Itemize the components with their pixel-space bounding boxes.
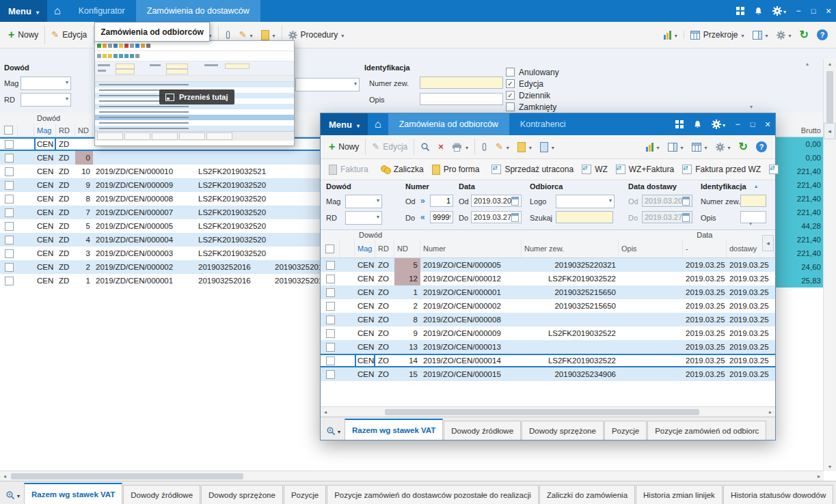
minimize-button[interactable] [791, 6, 806, 16]
bell-icon[interactable] [749, 0, 768, 22]
col-brutto[interactable]: Brutto [774, 124, 824, 137]
bell-icon[interactable] [688, 113, 707, 135]
bottom-tab[interactable]: Pozycje [284, 485, 326, 504]
tab-zamowienia-do-dostawcow[interactable]: Zamówienia do dostawców [136, 0, 260, 22]
nowy-button[interactable]: Nowy [4, 28, 42, 42]
attachment-button[interactable] [221, 28, 235, 42]
bottom-tab[interactable]: Historia zmian linijek [636, 485, 723, 504]
add-doc-button[interactable] [513, 140, 536, 154]
sprzedaz-utracona-button[interactable]: Sprzedaż utracona [487, 163, 578, 176]
horizontal-scrollbar[interactable]: ◂ ▸ [0, 471, 824, 481]
table-row[interactable]: CEN ZO 9 2019/ZO/CEN/000009 LS2FK2019032… [321, 326, 775, 340]
side-panel-collapse-button[interactable] [824, 123, 835, 139]
layout-button[interactable] [749, 28, 772, 42]
data-od-input[interactable]: 2019.03.20 [471, 195, 522, 207]
col-data[interactable]: - [683, 240, 727, 257]
quick-search-button[interactable] [3, 490, 24, 504]
scroll-left-icon[interactable]: ◂ [321, 409, 330, 415]
convert-extra-button[interactable] [765, 163, 783, 176]
edit-note-button[interactable] [235, 28, 257, 42]
dragged-tab[interactable]: Zamówienia od odbiorców [94, 22, 210, 42]
table-row[interactable]: CEN ZO 2 2019/ZO/CEN/000002 201903252156… [321, 299, 775, 313]
scroll-left-icon[interactable]: ◂ [0, 473, 10, 479]
pivot-button[interactable] [688, 140, 712, 154]
przekroje-button[interactable]: Przekroje [686, 28, 749, 42]
numer-do-input[interactable] [430, 211, 453, 223]
bottom-tab[interactable]: Dowody sprzężone [522, 421, 604, 440]
pro-forma-button[interactable]: Pro forma [428, 163, 484, 176]
horizontal-scrollbar[interactable]: ◂ ▸ [321, 406, 775, 417]
bottom-tab[interactable]: Dowody sprzężone [201, 485, 283, 504]
bottom-tab[interactable]: Pozycje zamówień od odbiorc [647, 421, 766, 440]
table-row[interactable]: CEN ZO 5 2019/ZO/CEN/000005 201903252203… [321, 258, 775, 272]
collapse-filters-button[interactable] [801, 59, 813, 68]
bottom-tab[interactable]: Pozycje [604, 421, 647, 440]
apps-grid-icon[interactable] [731, 0, 749, 22]
menu-button[interactable]: Menu [321, 113, 368, 135]
scroll-thumb[interactable] [385, 409, 699, 415]
filter-checkbox[interactable]: Edycja [506, 78, 559, 89]
faktura-button[interactable]: Faktura [325, 163, 373, 176]
home-button[interactable] [368, 113, 388, 135]
filter-checkbox[interactable]: Anulowany [506, 66, 559, 78]
row-checkbox[interactable] [5, 236, 14, 244]
row-checkbox[interactable] [326, 261, 335, 270]
zaliczka-button[interactable]: Zaliczka [377, 163, 428, 176]
calendar-icon[interactable] [511, 197, 519, 206]
row-checkbox[interactable] [326, 275, 335, 283]
settings-button[interactable] [712, 140, 735, 154]
bottom-tab[interactable]: Dowody źródłowe [444, 421, 521, 440]
search-button[interactable] [416, 140, 434, 154]
scroll-thumb[interactable] [11, 473, 243, 479]
calendar-icon[interactable] [682, 213, 690, 222]
help-button[interactable] [813, 27, 832, 42]
logo-combo[interactable] [556, 195, 615, 208]
select-all-checkbox[interactable] [325, 244, 334, 253]
gear-icon[interactable] [707, 113, 730, 135]
col-mag[interactable]: Mag [355, 240, 375, 257]
row-checkbox[interactable] [326, 329, 335, 338]
maximize-button[interactable] [745, 120, 760, 128]
col-rd[interactable]: RD [56, 124, 75, 137]
refresh-button[interactable] [796, 28, 813, 42]
row-checkbox[interactable] [5, 181, 14, 190]
apps-grid-icon[interactable] [671, 113, 688, 135]
mag-combo[interactable] [21, 76, 71, 90]
edycja-button[interactable]: Edycja [368, 140, 412, 154]
row-checkbox[interactable] [5, 195, 14, 204]
col-numer-zew[interactable]: Numer zew. [522, 240, 619, 257]
bottom-tab[interactable]: Dowody źródłowe [123, 485, 200, 504]
home-button[interactable] [47, 0, 68, 22]
scroll-down-icon[interactable]: ▾ [828, 462, 831, 471]
row-checkbox[interactable] [326, 316, 335, 324]
table-row[interactable]: CEN ZO 14 2019/ZO/CEN/000014 LS2FK201903… [321, 354, 775, 367]
faktura-przed-wz-button[interactable]: Faktura przed WZ [678, 163, 765, 176]
rd-combo[interactable] [21, 93, 71, 107]
row-checkbox[interactable] [5, 208, 14, 217]
row-checkbox[interactable] [326, 343, 335, 352]
tab-zamowienia-od-odbiorcow[interactable]: Zamówienia od odbiorców [388, 113, 509, 135]
delete-button[interactable] [434, 141, 448, 153]
bottom-tab[interactable]: Pozycje zamówień do dostawców pozostałe … [327, 485, 539, 504]
numer-zew-input[interactable] [740, 195, 766, 207]
edycja-button[interactable]: Edycja [47, 28, 91, 42]
minimize-button[interactable] [730, 120, 745, 129]
help-button[interactable] [752, 139, 771, 154]
bottom-tab[interactable]: Historia statusów dowodów [723, 485, 833, 504]
close-button[interactable] [760, 119, 775, 130]
col-numer[interactable]: Numer [420, 240, 522, 257]
expand-filters-button[interactable] [744, 219, 757, 228]
numer-od-input[interactable] [430, 195, 453, 207]
gear-icon[interactable] [768, 0, 791, 22]
col-rd[interactable]: RD [375, 240, 394, 257]
scroll-right-icon[interactable]: ▸ [766, 409, 775, 415]
szukaj-input[interactable] [556, 211, 613, 223]
tab-konfigurator[interactable]: Konfigurator [68, 0, 136, 22]
bottom-tab[interactable]: Zaliczki do zamówienia [539, 485, 635, 504]
wz-button[interactable]: WZ [578, 163, 612, 176]
checkbox-box[interactable] [506, 91, 515, 100]
col-nd[interactable]: ND [75, 124, 93, 137]
filter-checkbox[interactable]: Zamknięty [506, 101, 559, 113]
table-row[interactable]: CEN ZO 15 2019/ZO/CEN/000015 20190325234… [321, 367, 775, 381]
close-button[interactable] [821, 5, 836, 16]
